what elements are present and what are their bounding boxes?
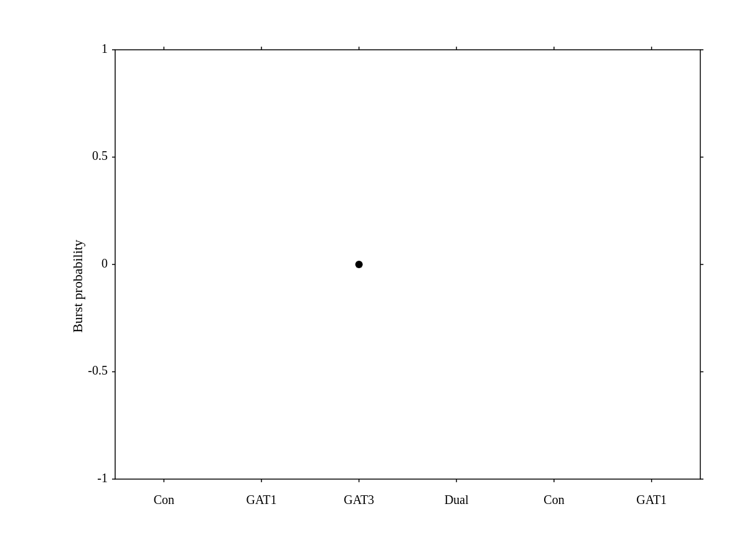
y-axis-label: Burst probability: [70, 240, 86, 333]
x-label-gat1-2: GAT1: [636, 493, 667, 506]
x-label-dual: Dual: [444, 493, 469, 506]
y-tick-neg1: -1: [97, 471, 108, 485]
chart-container: Burst probability 1: [0, 0, 747, 560]
data-point-gat3: [355, 261, 363, 268]
chart-wrapper: Burst probability 1: [65, 31, 719, 541]
x-label-con1: Con: [154, 493, 174, 506]
y-tick-1: 1: [101, 42, 108, 55]
svg-rect-0: [115, 50, 700, 479]
x-label-gat1: GAT1: [247, 493, 277, 506]
y-tick-0.5: 0.5: [92, 149, 108, 162]
y-tick-0: 0: [101, 256, 108, 270]
y-tick-neg0.5: -0.5: [88, 363, 108, 377]
chart-svg: 1 0.5 0 -0.5 -1 Con GAT1 GAT3: [65, 31, 719, 541]
x-label-gat3: GAT3: [344, 493, 374, 506]
x-label-con2: Con: [543, 493, 564, 506]
